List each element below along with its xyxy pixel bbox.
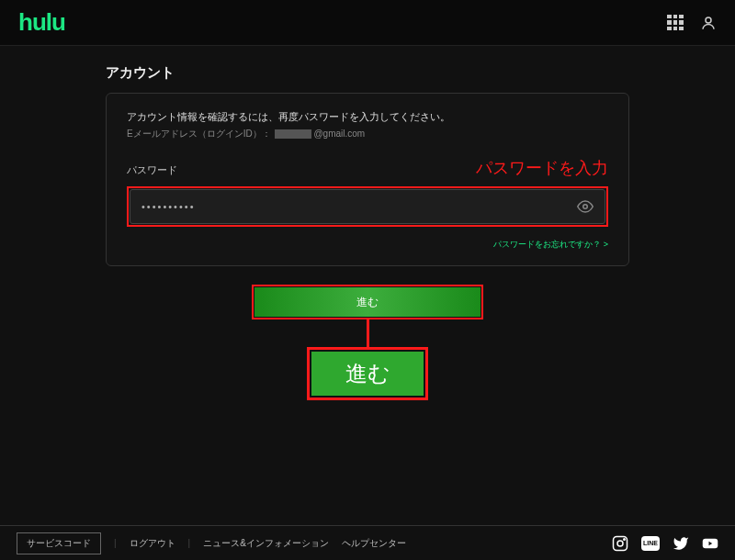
logout-link[interactable]: ログアウト — [130, 537, 175, 550]
svg-point-0 — [706, 17, 711, 23]
apps-grid-icon[interactable] — [667, 15, 684, 31]
password-input[interactable] — [141, 201, 577, 212]
service-code-button[interactable]: サービスコード — [17, 532, 101, 554]
social-icons: LINE — [612, 535, 718, 552]
annotation-zoom-highlight: 進む — [307, 347, 428, 400]
forgot-password-link[interactable]: パスワードをお忘れですか？ > — [493, 240, 608, 249]
svg-point-4 — [624, 538, 626, 540]
footer-separator: | — [188, 538, 191, 548]
show-password-icon[interactable] — [577, 198, 594, 215]
password-label: パスワード — [127, 163, 177, 177]
email-masked-part — [275, 129, 311, 139]
svg-point-3 — [617, 541, 623, 546]
password-input-container — [130, 189, 605, 224]
annotation-input-highlight — [127, 186, 608, 227]
help-link[interactable]: ヘルプセンター — [342, 537, 406, 550]
password-label-row: パスワード パスワードを入力 — [127, 157, 608, 179]
main-content: アカウント アカウント情報を確認するには、再度パスワードを入力してください。 E… — [0, 46, 735, 400]
header-actions — [667, 15, 717, 31]
svg-point-1 — [583, 205, 588, 209]
annotation-connector — [367, 319, 369, 347]
forgot-password-row: パスワードをお忘れですか？ > — [127, 234, 608, 251]
header: hulu — [0, 0, 735, 46]
annotation-zoom-label: 進む — [311, 352, 424, 396]
line-icon[interactable]: LINE — [641, 536, 660, 551]
twitter-icon[interactable] — [673, 535, 689, 552]
annotation-password-hint: パスワードを入力 — [476, 157, 608, 179]
instagram-icon[interactable] — [612, 535, 628, 552]
footer-separator: | — [114, 538, 117, 548]
account-icon[interactable] — [700, 15, 717, 31]
footer: サービスコード | ログアウト | ニュース&インフォメーション ヘルプセンター… — [0, 525, 735, 560]
submit-area: 進む 進む — [106, 285, 629, 400]
hulu-logo[interactable]: hulu — [18, 8, 65, 37]
proceed-button[interactable]: 進む — [254, 287, 481, 317]
email-suffix: @gmail.com — [313, 129, 365, 139]
news-link[interactable]: ニュース&インフォメーション — [203, 537, 329, 550]
page-title: アカウント — [106, 64, 629, 82]
youtube-icon[interactable] — [702, 535, 718, 552]
annotation-button-highlight: 進む — [252, 285, 483, 319]
password-confirm-card: アカウント情報を確認するには、再度パスワードを入力してください。 Eメールアドレ… — [106, 93, 629, 266]
email-label: Eメールアドレス（ログインID）： — [127, 129, 271, 139]
email-display: Eメールアドレス（ログインID）： @gmail.com — [127, 128, 608, 140]
instruction-text: アカウント情報を確認するには、再度パスワードを入力してください。 — [127, 110, 608, 124]
